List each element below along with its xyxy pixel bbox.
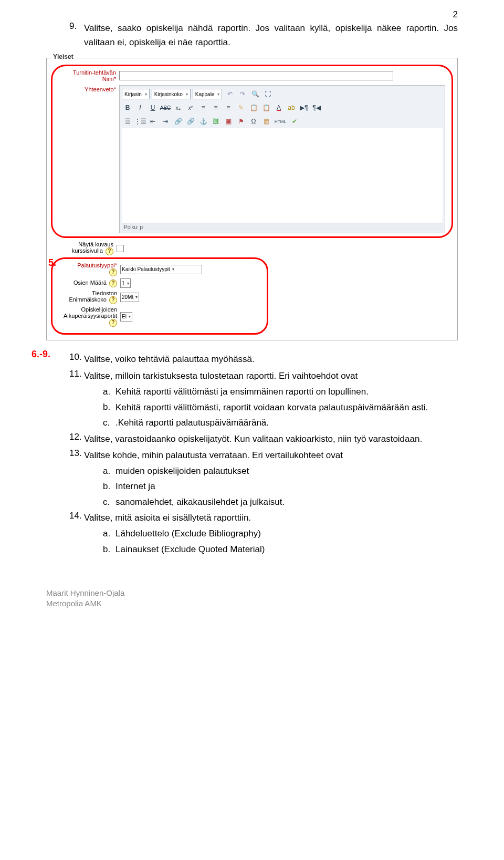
list-item: 9. Valitse, saako opiskelija nähdä rapor…	[69, 21, 458, 49]
tiedosto-koko-select[interactable]: 20Mt▾	[120, 293, 139, 302]
fullscreen-icon[interactable]: ⛶	[262, 89, 274, 99]
sub-list-item: a. Kehitä raportti välittömästi ja ensim…	[103, 385, 458, 399]
help-icon[interactable]: ?	[106, 247, 113, 255]
label-opiskelijoiden-raportit: Opiskelijoiden Alkuperäisyysraportit ?	[57, 306, 120, 327]
alkuperaisyys-select[interactable]: Ei▾	[120, 312, 132, 322]
find-icon[interactable]: 🔍	[249, 89, 261, 99]
item-text: Valitse, mitä asioita ei sisällytetä rap…	[84, 511, 458, 525]
label-tiedoston-koko: Tiedoston Enimmäiskoko ?	[57, 290, 120, 304]
help-icon[interactable]: ?	[109, 296, 117, 304]
highlight-box-1: Turnitin-tehtävän Nimi* Yhteenveto* Kirj…	[51, 65, 453, 238]
anchor-icon[interactable]: ⚓	[197, 116, 209, 127]
item-number: 10.	[69, 352, 84, 366]
help-icon[interactable]: ?	[109, 268, 117, 276]
sub-list-item: c. .Kehitä raportti palautuspäivämääränä…	[103, 416, 458, 430]
label-osien-maara: Osien Määrä ?	[57, 279, 120, 287]
list-item: 14. Valitse, mitä asioita ei sisällytetä…	[69, 511, 458, 525]
annotation-6-9: 6.-9.	[32, 349, 50, 360]
sub-list-item: a. Lähdeluettelo (Exclude Bibliography)	[103, 527, 458, 541]
item-number: 14.	[69, 511, 84, 525]
align-left-icon[interactable]: ≡	[197, 102, 209, 113]
item-number: 13.	[69, 448, 84, 462]
rtl-icon[interactable]: ¶◀	[311, 102, 322, 113]
ordered-list-icon[interactable]: ☰	[122, 116, 133, 127]
unlink-icon[interactable]: 🔗	[185, 116, 196, 127]
help-icon[interactable]: ?	[109, 319, 117, 327]
subscript-icon[interactable]: x₂	[172, 102, 184, 113]
sub-list-item: b. Internet ja	[103, 480, 458, 493]
italic-icon[interactable]: I	[134, 102, 146, 113]
list-item: 10. Valitse, voiko tehtäviä palauttaa my…	[69, 352, 458, 366]
item-number: 12.	[69, 432, 84, 446]
image-icon[interactable]: 🖼	[210, 116, 222, 127]
sub-list-item: b. Lainaukset (Exclude Quoted Material)	[103, 543, 458, 556]
label-palautustyyppi: Palautustyyppi* ?	[57, 262, 120, 276]
omega-icon[interactable]: Ω	[248, 116, 259, 127]
list-item: 13. Valitse kohde, mihin palautusta verr…	[69, 448, 458, 462]
media-icon[interactable]: ▣	[223, 116, 234, 127]
item-text: Valitse, voiko tehtäviä palauttaa myöhäs…	[84, 352, 458, 366]
indent-icon[interactable]: ⇥	[160, 116, 171, 127]
show-description-checkbox[interactable]	[117, 245, 124, 252]
list-item: 11. Valitse, milloin tarkistuksesta tulo…	[69, 369, 458, 383]
editor-panel: Yleiset Turnitin-tehtävän Nimi* Yhteenve…	[46, 58, 458, 340]
list-item: 12. Valitse, varastoidaanko opiskelijaty…	[69, 432, 458, 446]
paste-word-icon[interactable]: 📋	[260, 102, 272, 113]
outdent-icon[interactable]: ⇤	[147, 116, 159, 127]
sub-list-item: b. Kehitä raportti välittömästi, raporti…	[103, 400, 458, 415]
page-number: 2	[453, 9, 458, 20]
font-size-select[interactable]: Kirjasinkoko▾	[152, 89, 191, 99]
superscript-icon[interactable]: x²	[185, 102, 196, 113]
item-text: Valitse kohde, mihin palautusta verrataa…	[84, 448, 458, 462]
clean-icon[interactable]: ✎	[235, 102, 247, 113]
item-text: Valitse, milloin tarkistuksesta tulostet…	[84, 369, 458, 383]
text-color-icon[interactable]: A	[273, 102, 285, 113]
rte-canvas[interactable]	[122, 128, 443, 223]
help-icon[interactable]: ?	[109, 279, 117, 287]
rte-toolbar: Kirjasin▾ Kirjasinkoko▾ Kappale▾ ↶ ↷ 🔍 ⛶…	[119, 85, 445, 233]
paste-icon[interactable]: 📋	[248, 102, 259, 113]
fieldset-legend: Yleiset	[51, 53, 76, 60]
paragraph-select[interactable]: Kappale▾	[193, 89, 223, 99]
palautustyyppi-select[interactable]: Kaikki Palautustyypit▾	[120, 265, 202, 274]
unordered-list-icon[interactable]: ⋮☰	[134, 116, 146, 127]
html-source-button[interactable]: HTML	[273, 116, 288, 127]
sub-list-item: c. sanomalehdet, aikakausilehdet ja julk…	[103, 495, 458, 509]
item-text: Valitse, saako opiskelija nähdä raportin…	[84, 21, 458, 49]
align-right-icon[interactable]: ≡	[223, 102, 234, 113]
underline-icon[interactable]: U	[147, 102, 159, 113]
undo-icon[interactable]: ↶	[224, 89, 236, 99]
link-icon[interactable]: 🔗	[172, 116, 184, 127]
table-icon[interactable]: ▦	[260, 116, 272, 127]
footer: Maarit Hynninen-Ojala Metropolia AMK	[46, 588, 458, 609]
footer-org: Metropolia AMK	[46, 598, 458, 609]
osien-maara-select[interactable]: 1▾	[120, 278, 131, 288]
footer-author: Maarit Hynninen-Ojala	[46, 588, 458, 598]
item-text: Valitse, varastoidaanko opiskelijatyöt. …	[84, 432, 458, 446]
ltr-icon[interactable]: ▶¶	[298, 102, 310, 113]
label-nimi: Turnitin-tehtävän Nimi*	[56, 69, 119, 82]
bg-color-icon[interactable]: ab	[286, 102, 297, 113]
flag-icon[interactable]: ⚑	[235, 116, 247, 127]
item-number: 11.	[69, 369, 84, 383]
item-number: 9.	[69, 21, 84, 49]
redo-icon[interactable]: ↷	[237, 89, 248, 99]
highlight-box-2: Palautustyyppi* ? Kaikki Palautustyypit▾…	[51, 257, 268, 335]
sub-list-item: a. muiden opiskelijoiden palautukset	[103, 464, 458, 478]
spellcheck-icon[interactable]: ✔	[289, 116, 300, 127]
font-family-select[interactable]: Kirjasin▾	[122, 89, 150, 99]
strike-icon[interactable]: ABC	[160, 102, 171, 113]
rte-path-bar: Polku: p	[122, 223, 443, 231]
label-nayta-kuvaus: Näytä kuvaus kurssisivulla ?	[53, 241, 117, 255]
nimi-input[interactable]	[119, 71, 393, 80]
align-center-icon[interactable]: ≡	[210, 102, 222, 113]
label-yhteenveto: Yhteenveto*	[56, 84, 119, 92]
bold-icon[interactable]: B	[122, 102, 133, 113]
